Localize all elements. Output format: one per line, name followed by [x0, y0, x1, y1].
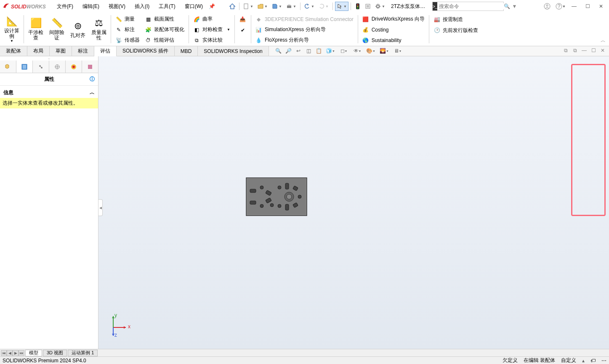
home-button[interactable] [228, 2, 237, 11]
floxpress-button[interactable]: 💧FloXpress 分析向导 [253, 35, 356, 45]
curvature-button[interactable]: 🌈曲率 [191, 14, 233, 24]
feature-tree-tab[interactable] [0, 61, 16, 73]
check-button[interactable]: ✔ [239, 25, 246, 35]
design-study-button[interactable]: 📐 设计算例 ▼ [2, 13, 22, 44]
undo-button[interactable]: ▼ [303, 2, 316, 11]
tab-mbd[interactable]: MBD [175, 46, 198, 56]
search-icon[interactable]: 🔍 [504, 3, 510, 9]
bottom-tab-3dview[interactable]: 3D 视图 [43, 350, 67, 356]
menu-edit[interactable]: 编辑(E) [80, 2, 102, 11]
view-triad[interactable]: x y z [107, 313, 132, 338]
view-orient-icon[interactable]: 🧊▼ [324, 47, 337, 55]
display-tab[interactable] [66, 61, 82, 73]
section-props-button[interactable]: ▦截面属性 [142, 14, 187, 24]
costing-button[interactable]: 💰Costing [360, 25, 427, 34]
bottom-tab-model[interactable]: 模型 [25, 350, 42, 356]
user-icon[interactable] [542, 2, 553, 11]
tab-assembly[interactable]: 装配体 [0, 46, 27, 56]
appearance-tab[interactable] [82, 61, 98, 73]
measure-button[interactable]: 📏测量 [113, 14, 142, 24]
bottom-tab-motion1[interactable]: 运动算例 1 [68, 350, 98, 356]
settings-button[interactable]: ▼ [373, 2, 387, 11]
hide-show-icon[interactable]: 👁▼ [351, 47, 364, 55]
markup-button[interactable]: ✎标注 [113, 25, 142, 34]
options-icon[interactable] [363, 2, 372, 11]
open-button[interactable]: ▼ [256, 2, 269, 11]
panel-drag-handle[interactable]: ○ [0, 56, 98, 61]
tab-nav-next[interactable]: ▶ [13, 350, 19, 356]
section-view-icon[interactable]: ◫ [304, 47, 313, 55]
prev-release-button[interactable]: 🕑先前发行版检查 [431, 25, 481, 35]
doc-close-icon[interactable]: ✕ [599, 47, 606, 54]
driveworks-button[interactable]: 🟥DriveWorksXpress 向导 [360, 14, 427, 24]
maximize-button[interactable]: ☐ [582, 2, 593, 11]
ribbon-collapse-button[interactable]: ︿ [601, 37, 606, 44]
mass-props-button[interactable]: ⚖质量属性 [89, 13, 109, 44]
scene-icon[interactable]: 🌄▼ [378, 47, 391, 55]
close-button[interactable]: ✕ [596, 2, 606, 11]
print-button[interactable]: ▼ [285, 2, 298, 11]
dfm-button[interactable]: 🏭按需制造 [431, 14, 481, 24]
hole-align-button[interactable]: ⊚孔对齐 [68, 13, 88, 44]
property-manager-tab[interactable] [16, 61, 33, 73]
asm-vis-button[interactable]: 🧩装配体可视化 [142, 25, 187, 34]
command-search[interactable]: >_ 🔍 ▼ [432, 2, 504, 11]
save-button[interactable]: ▼ [270, 2, 284, 11]
menu-file[interactable]: 文件(F) [54, 2, 76, 11]
zoom-fit-icon[interactable]: 🔍 [274, 47, 283, 55]
redo-button[interactable]: ▼ [317, 2, 330, 11]
doc-minimize-icon[interactable]: — [580, 47, 588, 54]
tab-addins[interactable]: SOLIDWORKS 插件 [117, 46, 175, 56]
menu-window[interactable]: 窗口(W) [182, 2, 205, 11]
panel-help-icon[interactable]: ⓘ [90, 76, 95, 83]
collapse-icon[interactable]: ︿ [90, 89, 95, 96]
sensor-button[interactable]: 📡传感器 [113, 35, 142, 45]
dynamic-annot-icon[interactable]: 📋 [314, 47, 323, 55]
pin-icon[interactable]: 📌 [209, 3, 215, 9]
menu-insert[interactable]: 插入(I) [132, 2, 152, 11]
status-more-icon[interactable]: ⋯ [601, 358, 606, 364]
tab-annotate[interactable]: 标注 [72, 46, 94, 56]
panel-collapse-handle[interactable]: ◂ [98, 199, 103, 216]
help-icon[interactable]: ?▼ [555, 2, 566, 11]
search-dropdown-icon[interactable]: ▼ [512, 3, 517, 9]
view-settings-icon[interactable]: 🖥▼ [391, 47, 404, 55]
menu-view[interactable]: 视图(V) [106, 2, 128, 11]
doc-maximize-icon[interactable]: ☐ [590, 47, 597, 54]
import-diag-button[interactable]: 📥 [239, 14, 246, 24]
chevron-up-icon[interactable]: ▴ [582, 358, 585, 364]
tab-sketch[interactable]: 草图 [50, 46, 72, 56]
search-input[interactable] [437, 3, 504, 9]
select-tool[interactable]: ▼ [335, 2, 348, 11]
dimxpert-tab[interactable] [49, 61, 66, 73]
tab-evaluate[interactable]: 评估 [94, 46, 117, 56]
perf-eval-button[interactable]: ⏱性能评估 [142, 35, 187, 45]
appearance-icon[interactable]: 🎨▼ [364, 47, 377, 55]
traffic-light-icon[interactable] [353, 2, 362, 11]
simxpress-button[interactable]: 📊SimulationXpress 分析向导 [253, 25, 356, 34]
clearance-button[interactable]: 📏间隙验证 [47, 13, 67, 44]
zoom-area-icon[interactable]: 🔎 [284, 47, 293, 55]
prev-view-icon[interactable]: ↩ [294, 47, 303, 55]
status-custom[interactable]: 自定义 [561, 357, 576, 364]
tab-nav-prev[interactable]: ◀ [7, 350, 13, 356]
tab-nav-last[interactable]: ⏭ [19, 350, 24, 356]
menu-tools[interactable]: 工具(T) [156, 2, 178, 11]
config-tab[interactable] [33, 61, 49, 73]
tab-inspection[interactable]: SOLIDWORKS Inspection [198, 46, 269, 56]
model-3d-view[interactable] [246, 177, 307, 216]
status-tag-icon[interactable]: 🏷 [590, 358, 596, 364]
graphics-area[interactable]: ◂ x y z [98, 56, 609, 349]
doc-link-icon[interactable]: ⧉ [562, 47, 569, 54]
interference-button[interactable]: 🟨干涉检查 [26, 13, 46, 44]
symmetry-button[interactable]: ◧对称检查▼ [191, 25, 233, 34]
minimize-button[interactable]: — [569, 2, 580, 11]
sustainability-button[interactable]: 🌎Sustainability [360, 35, 427, 45]
display-style-icon[interactable]: ◻▼ [338, 47, 350, 55]
section-header[interactable]: 信息 ︿ [3, 87, 95, 98]
doc-new-window-icon[interactable]: ⧉ [571, 47, 579, 54]
compare-button[interactable]: ⧉实体比较 [191, 35, 233, 45]
new-button[interactable]: ▼ [242, 2, 255, 11]
tab-layout[interactable]: 布局 [27, 46, 50, 56]
tab-nav-first[interactable]: ⏮ [1, 350, 7, 356]
